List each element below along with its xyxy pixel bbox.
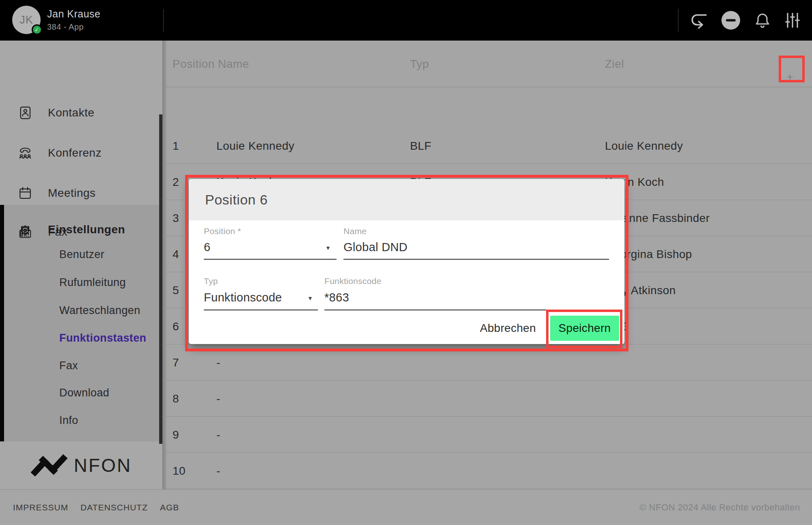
check-icon: ✓ (35, 27, 39, 33)
settings-sliders-button[interactable] (781, 0, 804, 41)
name-label: Name (343, 226, 367, 236)
chevron-down-icon[interactable]: ▼ (307, 295, 313, 301)
header-divider (678, 9, 678, 32)
dialog-title: Position 6 (205, 179, 268, 220)
funktionscode-input[interactable]: *863 (324, 291, 349, 304)
field-underline (343, 259, 609, 260)
user-profile[interactable]: JK ✓ Jan Krause 384 - App (12, 6, 100, 34)
header-divider (163, 9, 164, 32)
typ-select[interactable]: Funktionscode (204, 291, 282, 304)
dnd-status-icon (721, 11, 740, 30)
avatar-initials: JK (19, 14, 33, 26)
field-underline (204, 259, 337, 260)
avatar: JK ✓ (12, 6, 41, 34)
save-button[interactable]: Speichern (550, 316, 619, 341)
notifications-button[interactable] (751, 0, 774, 41)
position-dialog: Position 6 Position * 6 ▼ Name Global DN… (189, 179, 624, 344)
bell-icon (753, 11, 772, 30)
chevron-down-icon[interactable]: ▼ (325, 245, 331, 251)
position-label: Position * (204, 226, 241, 236)
typ-label: Typ (204, 276, 218, 286)
user-name: Jan Krause (47, 8, 100, 20)
name-input[interactable]: Global DND (343, 241, 408, 254)
field-underline (204, 310, 318, 310)
funktionscode-label: Funktionscode (324, 276, 381, 286)
sliders-icon (783, 11, 802, 30)
dialog-header: Position 6 (189, 179, 624, 220)
cancel-button[interactable]: Abbrechen (475, 316, 540, 340)
field-underline (324, 310, 609, 310)
status-badge: ✓ (32, 24, 42, 35)
app-root: JK ✓ Jan Krause 384 - App (0, 0, 812, 525)
app-header: JK ✓ Jan Krause 384 - App (0, 0, 812, 41)
call-redirect-icon (689, 10, 709, 31)
position-select[interactable]: 6 (204, 241, 210, 254)
user-extension: 384 - App (47, 22, 100, 32)
dnd-status-button[interactable] (719, 0, 742, 41)
call-redirect-button[interactable] (688, 0, 710, 41)
